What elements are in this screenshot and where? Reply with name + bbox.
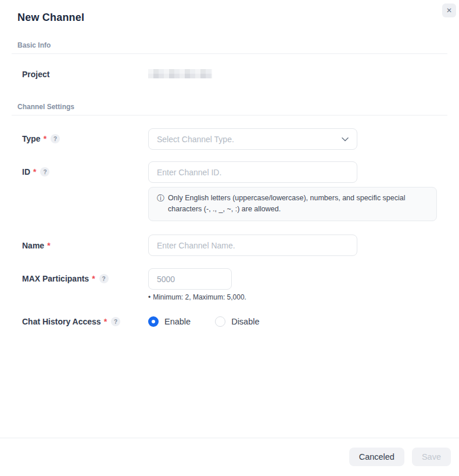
close-button[interactable]: ✕ bbox=[442, 3, 456, 17]
radio-option-enable[interactable]: Enable bbox=[148, 316, 191, 327]
required-asterisk: * bbox=[33, 167, 36, 176]
required-asterisk: * bbox=[47, 241, 50, 250]
chat-history-access-label: Chat History Access * ? bbox=[22, 317, 120, 326]
radio-option-disable[interactable]: Disable bbox=[215, 316, 259, 327]
required-asterisk: * bbox=[104, 317, 107, 326]
close-icon: ✕ bbox=[446, 6, 452, 15]
footer-divider bbox=[0, 438, 459, 438]
info-icon: ⓘ bbox=[157, 193, 164, 215]
note-bullet: • bbox=[148, 293, 150, 301]
project-value-redacted bbox=[148, 69, 212, 78]
section-channel-settings: Channel Settings bbox=[17, 103, 74, 111]
divider bbox=[12, 115, 447, 116]
channel-name-input[interactable] bbox=[148, 235, 357, 256]
required-asterisk: * bbox=[44, 134, 46, 143]
max-participants-input[interactable] bbox=[148, 268, 232, 290]
cancel-button[interactable]: Canceled bbox=[349, 448, 404, 466]
radio-unselected-icon[interactable] bbox=[215, 316, 225, 327]
channel-id-input[interactable] bbox=[148, 161, 357, 183]
name-label: Name * bbox=[22, 241, 51, 250]
section-basic-info: Basic Info bbox=[17, 41, 51, 49]
footer-actions: Canceled Save bbox=[349, 448, 451, 466]
chat-history-help-icon[interactable]: ? bbox=[111, 317, 120, 326]
max-participants-label: MAX Participants * ? bbox=[22, 274, 109, 283]
required-asterisk: * bbox=[92, 274, 95, 283]
save-button[interactable]: Save bbox=[412, 448, 451, 466]
chat-history-radio-group: Enable Disable bbox=[148, 316, 260, 327]
page-title: New Channel bbox=[17, 12, 84, 24]
chevron-down-icon bbox=[342, 137, 349, 142]
radio-selected-icon[interactable] bbox=[148, 316, 159, 327]
id-info-text: Only English letters (uppercase/lowercas… bbox=[168, 193, 428, 215]
type-label: Type * ? bbox=[22, 134, 60, 143]
channel-type-placeholder: Select Channel Type. bbox=[157, 135, 234, 144]
id-info-box: ⓘ Only English letters (uppercase/lowerc… bbox=[148, 187, 437, 221]
new-channel-modal: New Channel ✕ Basic Info Project Channel… bbox=[0, 0, 459, 476]
channel-type-select[interactable]: Select Channel Type. bbox=[148, 128, 357, 150]
id-label: ID * ? bbox=[22, 167, 49, 176]
max-participants-help-icon[interactable]: ? bbox=[99, 274, 109, 283]
type-help-icon[interactable]: ? bbox=[51, 134, 60, 143]
divider bbox=[12, 53, 447, 54]
max-participants-note: •Minimum: 2, Maximum: 5,000. bbox=[148, 293, 246, 301]
id-help-icon[interactable]: ? bbox=[40, 167, 49, 176]
project-label: Project bbox=[22, 70, 49, 79]
